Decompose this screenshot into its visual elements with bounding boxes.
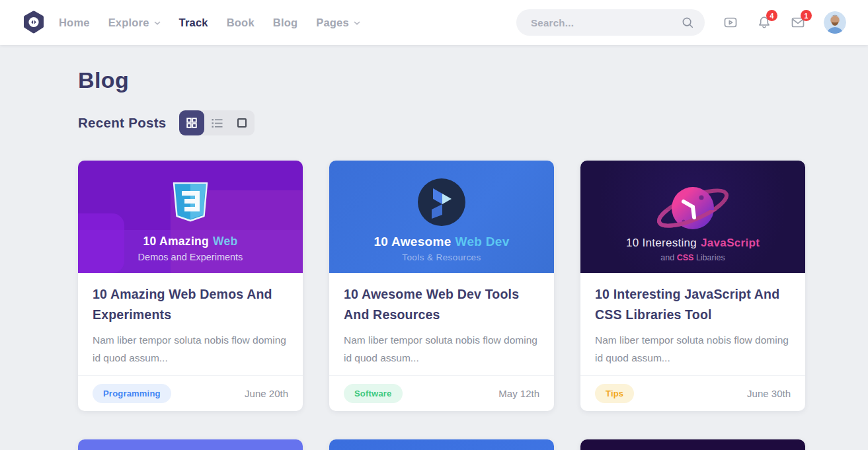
banner-caption: 10 AwesomeWeb Dev Tools & Resources (329, 235, 554, 262)
post-title[interactable]: 10 Interesting JavaScript And CSS Librar… (595, 284, 791, 325)
video-play-icon (722, 15, 739, 30)
nav-item-label: Track (179, 17, 208, 29)
nav-item-home[interactable]: Home (59, 17, 90, 29)
brand-logo[interactable] (22, 11, 46, 34)
banner-title-highlight: JavaScript (701, 237, 760, 249)
arrow-circle-icon (417, 178, 466, 227)
post-banner[interactable] (329, 439, 554, 450)
search-bar[interactable] (516, 9, 705, 36)
chevron-down-icon (154, 21, 161, 25)
post-title[interactable]: 10 Awesome Web Dev Tools And Resources (344, 284, 539, 325)
banner-subtitle: Libaries (696, 253, 725, 262)
banner-caption: 10 InterestingJavaScript and CSS Libarie… (580, 237, 805, 262)
brand-logo-icon (22, 11, 46, 34)
post-banner[interactable]: 10 AmazingWeb Demos and Experiments (78, 161, 303, 273)
post-card[interactable] (329, 439, 554, 450)
nav-item-label: Book (227, 17, 255, 29)
recent-posts-header: Recent Posts (78, 110, 805, 135)
search-icon[interactable] (681, 16, 694, 29)
nav-item-explore[interactable]: Explore (108, 17, 161, 29)
page-title: Blog (78, 67, 805, 93)
notifications-button[interactable]: 4 (756, 15, 772, 30)
post-excerpt: Nam liber tempor soluta nobis flow domin… (93, 331, 288, 367)
post-footer: Software May 12th (329, 375, 554, 411)
banner-subtitle: and (660, 253, 674, 262)
square-icon (237, 118, 247, 128)
chevron-down-icon (354, 21, 360, 25)
banner-title: 10 Awesome (374, 235, 451, 248)
search-input[interactable] (531, 17, 681, 28)
post-card[interactable] (580, 439, 805, 450)
banner-title-highlight: Web (213, 235, 238, 248)
view-grid-button[interactable] (179, 110, 204, 135)
post-footer: Programming June 20th (78, 375, 303, 411)
banner-subtitle: Tools & Resources (329, 252, 554, 262)
category-badge[interactable]: Tips (595, 384, 634, 403)
notifications-count-badge: 4 (766, 10, 777, 21)
nav-item-track[interactable]: Track (179, 17, 208, 29)
user-photo (824, 11, 846, 34)
post-card[interactable]: 10 InterestingJavaScript and CSS Libarie… (580, 161, 805, 411)
post-card[interactable]: 10 AwesomeWeb Dev Tools & Resources 10 A… (329, 161, 554, 411)
banner-title-highlight: Web Dev (455, 235, 510, 248)
posts-grid: 10 AmazingWeb Demos and Experiments 10 A… (78, 161, 805, 450)
post-excerpt: Nam liber tempor soluta nobis flow domin… (595, 331, 791, 367)
post-card[interactable]: 10 AmazingWeb Demos and Experiments 10 A… (78, 161, 303, 411)
category-badge[interactable]: Programming (93, 384, 171, 403)
messages-button[interactable]: 1 (789, 15, 807, 30)
nav-item-label: Home (59, 17, 90, 29)
blog-page: Blog Recent Posts (0, 45, 868, 450)
planet-ring-icon (691, 447, 767, 450)
ringed-planet-icon (640, 174, 746, 246)
post-banner[interactable]: 10 InterestingJavaScript and CSS Libarie… (580, 161, 805, 273)
view-toggle-group (179, 110, 255, 135)
post-date: June 20th (245, 388, 288, 399)
nav-item-label: Blog (273, 17, 297, 29)
nav-item-label: Explore (108, 17, 149, 29)
nav-item-book[interactable]: Book (227, 17, 255, 29)
banner-subtitle: Demos and Experiments (78, 252, 303, 262)
main-nav: Home Explore Track Book Blog Pages (59, 17, 379, 29)
navbar-actions: 4 1 (722, 11, 846, 34)
post-footer: Tips June 30th (580, 375, 805, 411)
category-badge[interactable]: Software (344, 384, 403, 403)
user-avatar[interactable] (824, 11, 846, 34)
banner-title: 10 Interesting (626, 237, 697, 249)
post-excerpt: Nam liber tempor soluta nobis flow domin… (344, 331, 539, 367)
post-card[interactable] (78, 439, 303, 450)
list-icon (212, 118, 223, 128)
post-banner[interactable]: 10 AwesomeWeb Dev Tools & Resources (329, 161, 554, 273)
post-banner[interactable] (580, 439, 805, 450)
media-button[interactable] (722, 15, 739, 30)
banner-title: 10 Amazing (143, 235, 209, 248)
post-title[interactable]: 10 Amazing Web Demos And Experiments (93, 284, 288, 325)
nav-item-blog[interactable]: Blog (273, 17, 297, 29)
messages-count-badge: 1 (801, 10, 812, 21)
post-date: May 12th (498, 388, 539, 399)
nav-item-label: Pages (316, 17, 349, 29)
view-list-button[interactable] (204, 110, 229, 135)
section-title: Recent Posts (78, 115, 166, 131)
banner-subtitle-highlight: CSS (677, 253, 694, 262)
grid-icon (186, 118, 197, 128)
nav-item-pages[interactable]: Pages (316, 17, 360, 29)
view-card-button[interactable] (229, 110, 255, 135)
post-date: June 30th (747, 388, 791, 399)
post-banner[interactable] (78, 439, 303, 450)
banner-caption: 10 AmazingWeb Demos and Experiments (78, 235, 303, 262)
top-navbar: Home Explore Track Book Blog Pages (0, 0, 868, 45)
css3-shield-icon (172, 182, 209, 225)
